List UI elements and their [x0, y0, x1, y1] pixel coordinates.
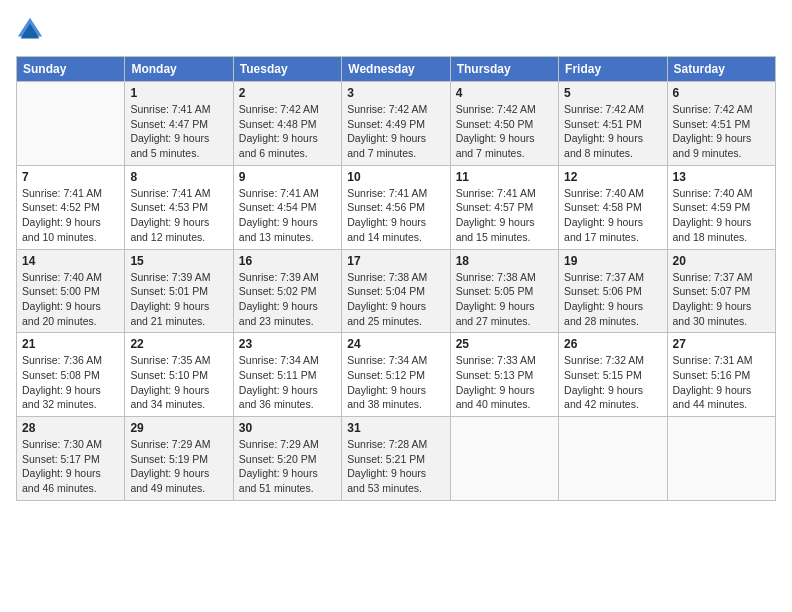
- calendar-cell: 30Sunrise: 7:29 AMSunset: 5:20 PMDayligh…: [233, 417, 341, 501]
- day-info: Sunrise: 7:41 AMSunset: 4:53 PMDaylight:…: [130, 186, 227, 245]
- day-info: Sunrise: 7:39 AMSunset: 5:01 PMDaylight:…: [130, 270, 227, 329]
- day-info: Sunrise: 7:29 AMSunset: 5:19 PMDaylight:…: [130, 437, 227, 496]
- weekday-header: Thursday: [450, 57, 558, 82]
- day-info: Sunrise: 7:41 AMSunset: 4:57 PMDaylight:…: [456, 186, 553, 245]
- day-info: Sunrise: 7:40 AMSunset: 4:58 PMDaylight:…: [564, 186, 661, 245]
- day-info: Sunrise: 7:41 AMSunset: 4:47 PMDaylight:…: [130, 102, 227, 161]
- day-number: 9: [239, 170, 336, 184]
- calendar-week-row: 14Sunrise: 7:40 AMSunset: 5:00 PMDayligh…: [17, 249, 776, 333]
- day-number: 4: [456, 86, 553, 100]
- calendar-week-row: 1Sunrise: 7:41 AMSunset: 4:47 PMDaylight…: [17, 82, 776, 166]
- calendar-cell: 8Sunrise: 7:41 AMSunset: 4:53 PMDaylight…: [125, 165, 233, 249]
- calendar-cell: 19Sunrise: 7:37 AMSunset: 5:06 PMDayligh…: [559, 249, 667, 333]
- day-number: 15: [130, 254, 227, 268]
- day-info: Sunrise: 7:42 AMSunset: 4:49 PMDaylight:…: [347, 102, 444, 161]
- calendar-cell: 24Sunrise: 7:34 AMSunset: 5:12 PMDayligh…: [342, 333, 450, 417]
- calendar-cell: 20Sunrise: 7:37 AMSunset: 5:07 PMDayligh…: [667, 249, 775, 333]
- day-number: 18: [456, 254, 553, 268]
- day-info: Sunrise: 7:42 AMSunset: 4:50 PMDaylight:…: [456, 102, 553, 161]
- logo: [16, 16, 48, 44]
- calendar-cell: 17Sunrise: 7:38 AMSunset: 5:04 PMDayligh…: [342, 249, 450, 333]
- day-number: 22: [130, 337, 227, 351]
- day-number: 1: [130, 86, 227, 100]
- day-info: Sunrise: 7:37 AMSunset: 5:07 PMDaylight:…: [673, 270, 770, 329]
- day-info: Sunrise: 7:35 AMSunset: 5:10 PMDaylight:…: [130, 353, 227, 412]
- day-number: 6: [673, 86, 770, 100]
- day-info: Sunrise: 7:41 AMSunset: 4:54 PMDaylight:…: [239, 186, 336, 245]
- page-header: [16, 16, 776, 44]
- day-info: Sunrise: 7:39 AMSunset: 5:02 PMDaylight:…: [239, 270, 336, 329]
- day-number: 30: [239, 421, 336, 435]
- calendar-cell: 26Sunrise: 7:32 AMSunset: 5:15 PMDayligh…: [559, 333, 667, 417]
- day-info: Sunrise: 7:30 AMSunset: 5:17 PMDaylight:…: [22, 437, 119, 496]
- calendar-cell: 27Sunrise: 7:31 AMSunset: 5:16 PMDayligh…: [667, 333, 775, 417]
- day-info: Sunrise: 7:42 AMSunset: 4:48 PMDaylight:…: [239, 102, 336, 161]
- day-number: 26: [564, 337, 661, 351]
- day-number: 5: [564, 86, 661, 100]
- calendar-cell: [17, 82, 125, 166]
- calendar-cell: [667, 417, 775, 501]
- day-number: 2: [239, 86, 336, 100]
- calendar-cell: 18Sunrise: 7:38 AMSunset: 5:05 PMDayligh…: [450, 249, 558, 333]
- calendar-week-row: 21Sunrise: 7:36 AMSunset: 5:08 PMDayligh…: [17, 333, 776, 417]
- day-number: 17: [347, 254, 444, 268]
- calendar-week-row: 7Sunrise: 7:41 AMSunset: 4:52 PMDaylight…: [17, 165, 776, 249]
- calendar-cell: 3Sunrise: 7:42 AMSunset: 4:49 PMDaylight…: [342, 82, 450, 166]
- day-info: Sunrise: 7:40 AMSunset: 4:59 PMDaylight:…: [673, 186, 770, 245]
- weekday-header: Tuesday: [233, 57, 341, 82]
- calendar-cell: 11Sunrise: 7:41 AMSunset: 4:57 PMDayligh…: [450, 165, 558, 249]
- day-number: 10: [347, 170, 444, 184]
- day-number: 8: [130, 170, 227, 184]
- weekday-header: Friday: [559, 57, 667, 82]
- calendar-cell: 2Sunrise: 7:42 AMSunset: 4:48 PMDaylight…: [233, 82, 341, 166]
- weekday-header: Saturday: [667, 57, 775, 82]
- calendar-cell: 10Sunrise: 7:41 AMSunset: 4:56 PMDayligh…: [342, 165, 450, 249]
- day-number: 12: [564, 170, 661, 184]
- calendar-cell: 14Sunrise: 7:40 AMSunset: 5:00 PMDayligh…: [17, 249, 125, 333]
- day-number: 7: [22, 170, 119, 184]
- day-info: Sunrise: 7:40 AMSunset: 5:00 PMDaylight:…: [22, 270, 119, 329]
- day-info: Sunrise: 7:42 AMSunset: 4:51 PMDaylight:…: [673, 102, 770, 161]
- day-info: Sunrise: 7:33 AMSunset: 5:13 PMDaylight:…: [456, 353, 553, 412]
- calendar-cell: 28Sunrise: 7:30 AMSunset: 5:17 PMDayligh…: [17, 417, 125, 501]
- calendar-cell: 15Sunrise: 7:39 AMSunset: 5:01 PMDayligh…: [125, 249, 233, 333]
- day-number: 23: [239, 337, 336, 351]
- day-info: Sunrise: 7:31 AMSunset: 5:16 PMDaylight:…: [673, 353, 770, 412]
- day-info: Sunrise: 7:36 AMSunset: 5:08 PMDaylight:…: [22, 353, 119, 412]
- day-number: 24: [347, 337, 444, 351]
- logo-icon: [16, 16, 44, 44]
- day-number: 13: [673, 170, 770, 184]
- weekday-header: Wednesday: [342, 57, 450, 82]
- day-number: 16: [239, 254, 336, 268]
- day-info: Sunrise: 7:34 AMSunset: 5:12 PMDaylight:…: [347, 353, 444, 412]
- calendar-cell: 29Sunrise: 7:29 AMSunset: 5:19 PMDayligh…: [125, 417, 233, 501]
- calendar-week-row: 28Sunrise: 7:30 AMSunset: 5:17 PMDayligh…: [17, 417, 776, 501]
- calendar-cell: 6Sunrise: 7:42 AMSunset: 4:51 PMDaylight…: [667, 82, 775, 166]
- day-number: 31: [347, 421, 444, 435]
- calendar-cell: 13Sunrise: 7:40 AMSunset: 4:59 PMDayligh…: [667, 165, 775, 249]
- day-info: Sunrise: 7:37 AMSunset: 5:06 PMDaylight:…: [564, 270, 661, 329]
- weekday-header: Sunday: [17, 57, 125, 82]
- calendar-cell: [559, 417, 667, 501]
- day-info: Sunrise: 7:38 AMSunset: 5:05 PMDaylight:…: [456, 270, 553, 329]
- calendar-cell: 31Sunrise: 7:28 AMSunset: 5:21 PMDayligh…: [342, 417, 450, 501]
- day-number: 3: [347, 86, 444, 100]
- calendar-cell: 4Sunrise: 7:42 AMSunset: 4:50 PMDaylight…: [450, 82, 558, 166]
- day-info: Sunrise: 7:42 AMSunset: 4:51 PMDaylight:…: [564, 102, 661, 161]
- day-info: Sunrise: 7:41 AMSunset: 4:56 PMDaylight:…: [347, 186, 444, 245]
- calendar-cell: 12Sunrise: 7:40 AMSunset: 4:58 PMDayligh…: [559, 165, 667, 249]
- day-number: 11: [456, 170, 553, 184]
- day-number: 29: [130, 421, 227, 435]
- calendar-cell: 16Sunrise: 7:39 AMSunset: 5:02 PMDayligh…: [233, 249, 341, 333]
- calendar-cell: 25Sunrise: 7:33 AMSunset: 5:13 PMDayligh…: [450, 333, 558, 417]
- day-number: 25: [456, 337, 553, 351]
- day-number: 27: [673, 337, 770, 351]
- day-info: Sunrise: 7:32 AMSunset: 5:15 PMDaylight:…: [564, 353, 661, 412]
- calendar-cell: 22Sunrise: 7:35 AMSunset: 5:10 PMDayligh…: [125, 333, 233, 417]
- calendar-table: SundayMondayTuesdayWednesdayThursdayFrid…: [16, 56, 776, 501]
- day-info: Sunrise: 7:38 AMSunset: 5:04 PMDaylight:…: [347, 270, 444, 329]
- calendar-cell: 7Sunrise: 7:41 AMSunset: 4:52 PMDaylight…: [17, 165, 125, 249]
- calendar-cell: 9Sunrise: 7:41 AMSunset: 4:54 PMDaylight…: [233, 165, 341, 249]
- day-number: 19: [564, 254, 661, 268]
- weekday-header: Monday: [125, 57, 233, 82]
